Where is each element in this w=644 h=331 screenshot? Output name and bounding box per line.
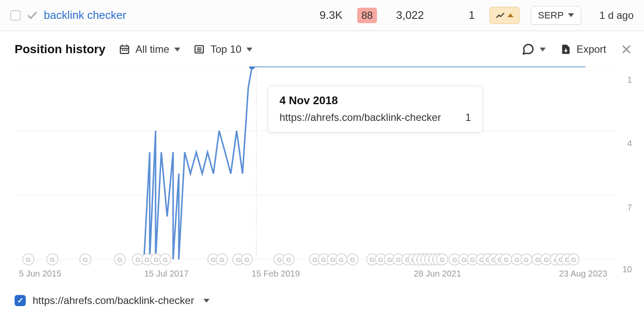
position-history-toggle[interactable] (489, 7, 519, 24)
update-marker[interactable]: G (241, 253, 253, 265)
xtick: 15 Feb 2019 (252, 269, 300, 279)
google-update-markers: GGGGGGGGGGGGGGGGGGGGGGGGGGGGGGaGGGGGGGGG… (15, 253, 616, 266)
update-marker[interactable]: G (79, 253, 91, 265)
svg-rect-2 (122, 50, 123, 51)
calendar-icon (118, 43, 131, 55)
svg-point-18 (249, 66, 255, 69)
legend-url: https://ahrefs.com/backlink-checker (33, 295, 194, 307)
tooltip-date: 4 Nov 2018 (279, 94, 471, 107)
ytick: 1 (627, 75, 632, 85)
export-button[interactable]: Export (560, 43, 606, 55)
caret-down-icon (204, 299, 210, 303)
update-marker[interactable]: G (114, 253, 126, 265)
position-history-panel: Position history All time Top 10 (0, 31, 644, 319)
kd-badge: 88 (357, 8, 377, 23)
chart-legend: ✓ https://ahrefs.com/backlink-checker (15, 293, 632, 307)
close-button[interactable] (621, 44, 632, 55)
legend-checkbox[interactable]: ✓ (15, 295, 26, 306)
serp-button[interactable]: SERP (531, 6, 581, 25)
update-marker[interactable]: G (520, 253, 532, 265)
chat-icon (522, 43, 535, 56)
update-marker[interactable]: G (335, 253, 347, 265)
notes-dropdown[interactable] (522, 43, 546, 56)
ytick: 7 (627, 203, 632, 213)
date-range-label: All time (136, 43, 170, 55)
update-marker[interactable]: G (346, 253, 358, 265)
update-marker[interactable]: G (46, 253, 58, 265)
date-range-dropdown[interactable]: All time (118, 43, 181, 55)
xtick: 28 Jun 2021 (414, 269, 461, 279)
traffic-value: 3,022 (396, 9, 424, 22)
volume-value: 9.3K (319, 9, 343, 22)
chart-tooltip: 4 Nov 2018 https://ahrefs.com/backlink-c… (268, 86, 483, 132)
keyword-link[interactable]: backlink checker (44, 9, 126, 22)
caret-down-icon (246, 48, 252, 51)
xtick: 5 Jun 2015 (19, 269, 61, 279)
update-marker[interactable]: G (568, 253, 580, 265)
update-marker[interactable]: G (216, 253, 228, 265)
caret-down-icon (540, 48, 546, 51)
caret-up-icon (507, 13, 513, 17)
update-marker[interactable]: G (159, 253, 171, 265)
ytick: 4 (627, 138, 632, 148)
row-checkbox[interactable] (10, 10, 21, 21)
position-history-chart[interactable]: 1 4 7 10 5 Jun 2015 15 Jul 2017 15 Feb 2… (15, 66, 632, 285)
download-icon (560, 44, 571, 55)
top-n-dropdown[interactable]: Top 10 (193, 43, 252, 55)
export-label: Export (577, 43, 606, 55)
svg-rect-4 (126, 50, 127, 51)
top-n-label: Top 10 (210, 43, 241, 55)
updated-value: 1 d ago (599, 9, 634, 21)
update-marker[interactable]: G (500, 253, 512, 265)
ytick: 10 (623, 265, 632, 274)
keyword-row: backlink checker 9.3K 88 3,022 1 SERP 1 … (0, 0, 644, 31)
tooltip-pos: 1 (465, 111, 471, 123)
tracked-icon (27, 10, 38, 21)
update-marker[interactable]: G (283, 253, 295, 265)
update-marker[interactable]: G (22, 253, 34, 265)
tooltip-url: https://ahrefs.com/backlink-checker (279, 111, 441, 123)
update-marker[interactable]: G (436, 253, 448, 265)
caret-down-icon (174, 48, 180, 51)
y-axis: 1 4 7 10 (611, 66, 632, 268)
caret-down-icon (568, 13, 574, 17)
svg-rect-3 (124, 50, 125, 51)
serp-label: SERP (538, 10, 564, 21)
list-icon (193, 43, 205, 55)
xtick: 23 Aug 2023 (559, 269, 607, 279)
trend-icon (495, 11, 505, 20)
xtick: 15 Jul 2017 (144, 269, 188, 279)
panel-title: Position history (15, 42, 106, 56)
position-value: 1 (469, 9, 475, 22)
